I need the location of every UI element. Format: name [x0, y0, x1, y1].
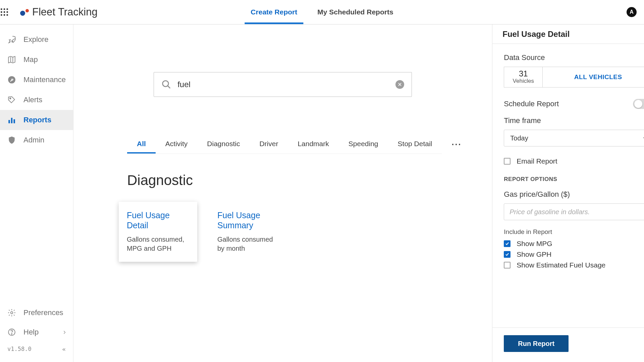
data-source-box: 31 Vehicles ALL VEHICLES [504, 67, 644, 87]
sidebar-item-label: Reports [23, 116, 51, 124]
category-tabs: All Activity Diagnostic Driver Landmark … [127, 134, 442, 154]
svg-point-10 [10, 98, 11, 99]
svg-point-7 [4, 14, 5, 16]
bar-chart-icon [7, 116, 16, 124]
svg-point-3 [1, 11, 2, 13]
include-in-report-label: Include in Report [504, 228, 644, 236]
map-icon [7, 55, 16, 64]
sidebar-item-map[interactable]: Map [0, 50, 73, 70]
show-est-row: Show Estimated Fuel Usage [504, 261, 644, 269]
sidebar-item-label: Maintenance [23, 75, 66, 84]
sidebar-top-items: Explore Map Maintenance Alerts [0, 24, 73, 303]
wrench-icon [7, 75, 16, 84]
card-title: Fuel Usage Summary [217, 210, 280, 230]
vehicle-unit: Vehicles [513, 78, 534, 84]
category-tab-driver[interactable]: Driver [250, 134, 288, 154]
sidebar-item-label: Preferences [23, 308, 63, 317]
sidebar-item-label: Admin [23, 136, 44, 144]
avatar[interactable]: A [627, 7, 637, 17]
sidebar-item-maintenance[interactable]: Maintenance [0, 70, 73, 90]
version-text: v1.58.0 [7, 346, 32, 352]
category-tab-speeding[interactable]: Speeding [339, 134, 388, 154]
svg-rect-13 [13, 119, 15, 123]
svg-point-0 [1, 8, 2, 10]
timeframe-label: Time frame [504, 116, 644, 125]
show-est-label: Show Estimated Fuel Usage [517, 261, 605, 269]
content-area: All Activity Diagnostic Driver Landmark … [73, 24, 492, 362]
help-icon [7, 328, 16, 337]
shield-icon [7, 136, 16, 144]
sidebar-item-help[interactable]: Help › [0, 322, 73, 342]
category-tab-diagnostic[interactable]: Diagnostic [197, 134, 250, 154]
sidebar-item-label: Alerts [23, 96, 42, 104]
panel-header: Fuel Usage Detail ✕ [492, 24, 644, 44]
sidebar-item-explore[interactable]: Explore [0, 29, 73, 50]
chevron-right-icon: › [63, 328, 66, 337]
report-cards: Fuel Usage Detail Gallons consumed, MPG … [94, 202, 472, 262]
chevron-down-icon [642, 135, 644, 141]
detail-panel: Fuel Usage Detail ✕ Data Source 31 Vehic… [492, 24, 644, 362]
category-tab-activity[interactable]: Activity [156, 134, 198, 154]
collapse-sidebar-icon[interactable]: « [62, 346, 66, 353]
app-body: Explore Map Maintenance Alerts [0, 24, 644, 362]
show-est-checkbox[interactable] [504, 262, 511, 268]
search-box[interactable] [154, 72, 412, 97]
sidebar-item-preferences[interactable]: Preferences [0, 303, 73, 322]
apps-launcher-icon[interactable] [0, 8, 20, 16]
tab-scheduled-reports[interactable]: My Scheduled Reports [317, 0, 393, 24]
sidebar-bottom-items: Preferences Help › v1.58.0 « [0, 303, 73, 362]
run-report-button[interactable]: Run Report [504, 335, 569, 352]
card-desc: Gallons consumed, MPG and GPH [127, 235, 189, 253]
panel-body: Data Source 31 Vehicles ALL VEHICLES Sch… [492, 44, 644, 327]
svg-point-6 [1, 14, 2, 16]
svg-point-2 [6, 8, 8, 10]
report-options-header: REPORT OPTIONS [504, 176, 644, 183]
category-tab-all[interactable]: All [127, 134, 156, 154]
show-mpg-checkbox[interactable] [504, 240, 511, 247]
email-report-label: Email Report [517, 157, 557, 165]
more-tabs-icon[interactable]: ⋯ [442, 138, 472, 150]
category-tab-landmark[interactable]: Landmark [288, 134, 338, 154]
svg-line-18 [168, 86, 170, 88]
tag-icon [7, 96, 16, 104]
timeframe-select[interactable]: Today [504, 130, 644, 146]
app-title-text: Fleet Tracking [32, 6, 98, 18]
svg-rect-12 [11, 118, 12, 123]
card-fuel-usage-detail[interactable]: Fuel Usage Detail Gallons consumed, MPG … [119, 202, 197, 262]
app-title: Fleet Tracking [20, 6, 98, 18]
sidebar-item-reports[interactable]: Reports [0, 110, 73, 130]
vehicle-count-box[interactable]: 31 Vehicles [504, 67, 543, 87]
svg-point-4 [4, 11, 5, 13]
svg-point-1 [4, 8, 5, 10]
category-tabs-wrap: All Activity Diagnostic Driver Landmark … [94, 134, 472, 154]
search-icon [161, 79, 171, 89]
rocket-icon [7, 35, 16, 44]
svg-rect-11 [8, 120, 10, 123]
version-row: v1.58.0 « [0, 342, 73, 356]
section-title: Diagnostic [94, 172, 472, 188]
svg-point-16 [11, 334, 12, 334]
card-desc: Gallons consumed by month [217, 235, 280, 253]
main-area: All Activity Diagnostic Driver Landmark … [73, 24, 644, 362]
clear-search-icon[interactable] [395, 80, 404, 89]
card-fuel-usage-summary[interactable]: Fuel Usage Summary Gallons consumed by m… [209, 202, 288, 262]
search-input[interactable] [177, 80, 389, 89]
sidebar: Explore Map Maintenance Alerts [0, 24, 73, 362]
all-vehicles-button[interactable]: ALL VEHICLES [543, 67, 644, 87]
category-tab-stop-detail[interactable]: Stop Detail [388, 134, 442, 154]
timeframe-value: Today [510, 134, 528, 142]
gas-price-input[interactable] [504, 203, 644, 220]
top-tabs: Create Report My Scheduled Reports [251, 0, 393, 24]
top-bar: Fleet Tracking Create Report My Schedule… [0, 0, 644, 24]
show-gph-checkbox[interactable] [504, 251, 511, 258]
tab-create-report[interactable]: Create Report [251, 0, 297, 24]
vehicle-count: 31 [519, 70, 528, 78]
svg-point-17 [163, 81, 169, 87]
app-logo-icon [20, 8, 29, 16]
email-report-checkbox[interactable] [504, 158, 511, 165]
sidebar-item-alerts[interactable]: Alerts [0, 90, 73, 110]
schedule-label: Schedule Report [504, 100, 559, 108]
sidebar-item-admin[interactable]: Admin [0, 130, 73, 150]
schedule-toggle[interactable] [633, 99, 644, 109]
show-mpg-row: Show MPG [504, 240, 644, 248]
